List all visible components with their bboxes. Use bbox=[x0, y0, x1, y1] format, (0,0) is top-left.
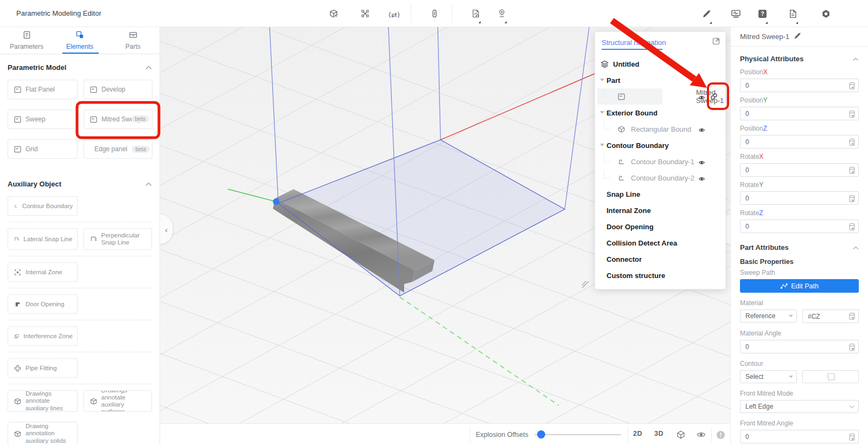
dropdown-caret[interactable] bbox=[710, 22, 712, 24]
help-icon[interactable]: ? bbox=[758, 9, 767, 18]
tree-group-part[interactable]: Part bbox=[595, 72, 725, 88]
door-opening-button[interactable]: Door Opening bbox=[8, 294, 78, 314]
calculator-icon[interactable] bbox=[849, 312, 855, 322]
rotate-y-input[interactable] bbox=[740, 191, 859, 205]
tree-group-exterior-bound[interactable]: Exterior Bound bbox=[595, 105, 725, 121]
explosion-offsets-knob[interactable] bbox=[537, 430, 545, 438]
front-mitred-angle-label: Front Mitred Angle bbox=[740, 420, 859, 427]
grid-button[interactable]: Grid bbox=[8, 139, 78, 159]
expand-caret-icon[interactable] bbox=[600, 79, 604, 81]
node-connect-icon[interactable] bbox=[361, 9, 369, 18]
position-z-input[interactable] bbox=[740, 135, 859, 149]
visibility-eye-icon[interactable] bbox=[697, 430, 706, 441]
view-2d-button[interactable]: 2D bbox=[633, 430, 642, 437]
flat-panel-button[interactable]: Flat Panel bbox=[8, 80, 78, 99]
chevron-left-icon: ‹ bbox=[165, 225, 168, 234]
edit-pencil-icon[interactable] bbox=[702, 9, 711, 18]
tree-group-contour-boundary[interactable]: Contour Boundary bbox=[595, 137, 725, 153]
collapse-chevron-icon[interactable] bbox=[145, 62, 152, 72]
rename-pencil-icon[interactable] bbox=[794, 32, 801, 42]
edit-path-button[interactable]: Edit Path bbox=[740, 279, 859, 293]
contour-preview[interactable] bbox=[802, 370, 859, 383]
tree-group-collision-detect-area[interactable]: Collision Detect Area bbox=[595, 235, 725, 251]
position-y-input[interactable] bbox=[740, 107, 859, 120]
material-type-dropdown[interactable]: Reference bbox=[740, 309, 797, 323]
material-pin-icon[interactable] bbox=[497, 9, 506, 18]
contour-boundary-button[interactable]: Contour Boundary bbox=[8, 196, 78, 216]
visibility-eye-icon[interactable] bbox=[698, 126, 705, 136]
sweep-button[interactable]: Sweep bbox=[8, 109, 78, 129]
settings-nut-icon[interactable] bbox=[821, 9, 830, 18]
calculator-icon[interactable] bbox=[849, 195, 855, 204]
mitred-sweep-button[interactable]: Mitred Sweep beta bbox=[84, 109, 152, 129]
structural-navigation-tab[interactable]: Structural navigation bbox=[602, 38, 666, 47]
calculator-icon[interactable] bbox=[849, 343, 855, 353]
drawing-annotation-solids-button[interactable]: Drawing annotation auxiliary solids bbox=[8, 422, 78, 445]
view-3d-button[interactable]: 3D bbox=[654, 430, 663, 437]
expand-caret-icon[interactable] bbox=[600, 144, 604, 146]
dropdown-caret[interactable] bbox=[478, 21, 481, 23]
tree-group-internal-zone[interactable]: Internal Zone bbox=[595, 202, 725, 218]
tree-root-untitled[interactable]: Untitled bbox=[595, 56, 725, 72]
tree-item-contour-boundary-1[interactable]: Contour Boundary-1 bbox=[595, 153, 725, 170]
collapse-chevron-icon[interactable] bbox=[853, 242, 859, 252]
calculator-icon[interactable] bbox=[849, 110, 855, 120]
explosion-offsets-slider[interactable] bbox=[534, 434, 621, 435]
rotate-z-input[interactable] bbox=[740, 220, 859, 233]
contour-select-dropdown[interactable]: Select bbox=[740, 370, 797, 383]
calculator-icon[interactable] bbox=[849, 223, 855, 233]
warning-icon[interactable] bbox=[716, 430, 725, 442]
popout-icon[interactable] bbox=[712, 37, 720, 47]
visibility-eye-icon[interactable] bbox=[698, 93, 705, 103]
collapse-chevron-icon[interactable] bbox=[853, 54, 859, 63]
position-x-input[interactable] bbox=[740, 79, 859, 92]
front-mitred-mode-select[interactable]: Left Edge bbox=[740, 400, 859, 413]
tab-parts[interactable]: Parts bbox=[106, 27, 159, 54]
calculator-icon[interactable] bbox=[849, 138, 855, 148]
button-label: Sweep bbox=[25, 115, 46, 123]
lateral-snap-line-button[interactable]: Lateral Snap Line bbox=[8, 228, 78, 250]
develop-button[interactable]: Develop bbox=[84, 80, 152, 99]
calculator-icon[interactable] bbox=[849, 82, 855, 92]
interference-zone-button[interactable]: Interference Zone bbox=[8, 326, 78, 346]
material-angle-input[interactable] bbox=[740, 340, 859, 353]
tab-elements[interactable]: Elements bbox=[53, 27, 106, 54]
expand-caret-icon[interactable] bbox=[600, 111, 604, 114]
calculator-icon[interactable] bbox=[849, 433, 855, 443]
front-mitred-angle-input[interactable] bbox=[740, 430, 859, 443]
dropdown-caret[interactable] bbox=[505, 21, 507, 23]
edge-panel-button[interactable]: Edge panel beta bbox=[84, 139, 152, 159]
tree-group-custom-structure[interactable]: Custom structure bbox=[595, 267, 725, 283]
collapse-chevron-icon[interactable] bbox=[145, 179, 152, 189]
tree-item-mitred-sweep-1[interactable]: Mitred Sweep-1 bbox=[595, 88, 725, 105]
export-document-icon[interactable] bbox=[471, 9, 480, 18]
calculator-icon[interactable] bbox=[849, 166, 855, 176]
rotate-x-input[interactable] bbox=[740, 163, 859, 177]
internal-zone-button[interactable]: Internal Zone bbox=[8, 262, 78, 282]
swap-icon[interactable]: (⇄) bbox=[388, 10, 400, 18]
visibility-eye-icon[interactable] bbox=[698, 158, 705, 168]
activity-monitor-icon[interactable] bbox=[731, 9, 740, 18]
document-icon[interactable] bbox=[788, 9, 797, 18]
link-reference-icon[interactable] bbox=[710, 93, 718, 102]
panel-icon bbox=[90, 116, 97, 123]
drawings-annotate-lines-button[interactable]: Drawings annotate auxiliary lines bbox=[8, 390, 78, 412]
tab-parameters[interactable]: Parameters bbox=[0, 27, 53, 54]
component-cube-icon[interactable] bbox=[329, 9, 338, 18]
perpendicular-snap-line-button[interactable]: Perpendicular Snap Line bbox=[84, 228, 152, 250]
visibility-eye-icon[interactable] bbox=[698, 175, 705, 184]
bind-link-icon[interactable] bbox=[430, 9, 439, 18]
snap-line-icon bbox=[14, 236, 19, 243]
tree-item-rectangular-bound[interactable]: Rectangular Bound bbox=[595, 121, 725, 137]
tree-group-snap-line[interactable]: Snap Line bbox=[595, 186, 725, 202]
pipe-fitting-button[interactable]: Pipe Fitting bbox=[8, 358, 78, 378]
tree-group-door-opening[interactable]: Door Opening bbox=[595, 218, 725, 235]
drawings-annotate-surfaces-button[interactable]: Drawings annotate auxiliary surfaces bbox=[84, 390, 152, 412]
tree-item-contour-boundary-2[interactable]: Contour Boundary-2 bbox=[595, 170, 725, 186]
dropdown-caret[interactable] bbox=[796, 22, 798, 24]
cube-view-icon[interactable] bbox=[676, 430, 685, 441]
path-start-point[interactable] bbox=[273, 198, 279, 205]
tree-group-connector[interactable]: Connector bbox=[595, 251, 725, 267]
button-label: Drawings annotate auxiliary lines bbox=[25, 390, 73, 412]
dropdown-caret[interactable] bbox=[765, 22, 768, 24]
